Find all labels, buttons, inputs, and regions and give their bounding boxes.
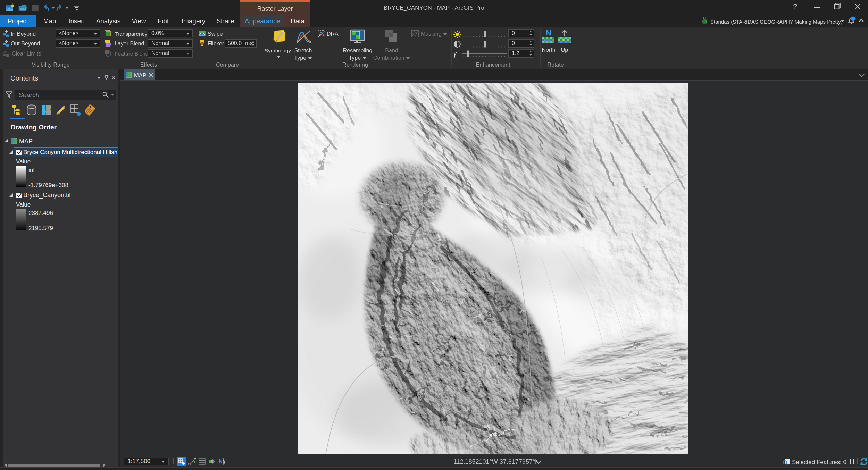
svg-text:N: N: [219, 458, 223, 464]
